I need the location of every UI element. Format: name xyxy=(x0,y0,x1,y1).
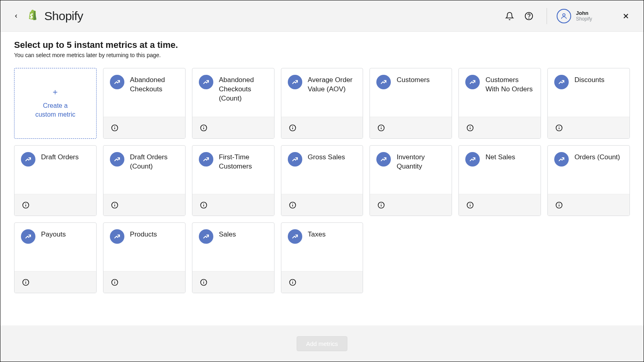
info-icon[interactable] xyxy=(377,201,385,209)
metric-card[interactable]: Gross Sales xyxy=(281,145,363,216)
topbar: Shopify John Shopify xyxy=(0,0,644,32)
metric-label: Net Sales xyxy=(485,152,515,162)
metric-card[interactable]: Inventory Quantity xyxy=(369,145,452,216)
metric-card[interactable]: Draft Orders xyxy=(14,145,97,216)
metric-card[interactable]: First-Time Customers xyxy=(192,145,275,216)
info-icon[interactable] xyxy=(377,124,385,132)
info-icon[interactable] xyxy=(289,201,297,209)
trend-icon xyxy=(554,152,569,167)
trend-icon xyxy=(21,152,35,167)
info-icon[interactable] xyxy=(555,201,563,209)
info-icon[interactable] xyxy=(289,278,297,286)
shopify-logo-icon xyxy=(27,9,39,23)
help-button[interactable] xyxy=(523,10,535,22)
metric-card-footer xyxy=(281,271,363,293)
info-icon[interactable] xyxy=(555,124,563,132)
trend-icon xyxy=(465,152,480,167)
metric-card[interactable]: Sales xyxy=(192,222,275,293)
metric-card[interactable]: Abandoned Checkouts (Count) xyxy=(192,68,275,139)
metric-card-footer xyxy=(370,117,452,138)
close-button[interactable] xyxy=(620,10,632,22)
svg-point-34 xyxy=(292,203,293,204)
brand-title: Shopify xyxy=(44,9,83,23)
user-menu[interactable]: John Shopify xyxy=(557,9,592,23)
metric-label: Products xyxy=(130,229,157,239)
notifications-button[interactable] xyxy=(504,10,515,22)
metric-card[interactable]: Abandoned Checkouts xyxy=(103,68,186,139)
metric-card-footer xyxy=(103,117,185,138)
metric-label: Average Order Value (AOV) xyxy=(308,75,357,94)
metric-label: Discounts xyxy=(574,75,605,85)
info-icon[interactable] xyxy=(111,201,119,209)
trend-icon xyxy=(288,152,302,167)
svg-point-28 xyxy=(114,203,115,204)
metric-card[interactable]: Orders (Count) xyxy=(547,145,630,216)
svg-point-46 xyxy=(25,280,26,281)
metric-card[interactable]: Discounts xyxy=(547,68,630,139)
metric-card-footer xyxy=(548,194,630,216)
back-button[interactable] xyxy=(10,10,22,22)
trend-icon xyxy=(199,229,213,244)
info-icon[interactable] xyxy=(289,124,297,132)
info-icon[interactable] xyxy=(111,124,119,132)
metric-card[interactable]: Draft Orders (Count) xyxy=(103,145,186,216)
metrics-grid: ＋ Create acustom metric Abandoned Checko… xyxy=(14,68,630,293)
trend-icon xyxy=(110,75,124,89)
metric-card-footer xyxy=(192,117,274,138)
trend-icon xyxy=(376,75,391,89)
trend-icon xyxy=(376,152,391,167)
svg-point-2 xyxy=(563,14,565,16)
metric-label: Gross Sales xyxy=(308,152,345,162)
svg-point-55 xyxy=(292,280,293,281)
divider xyxy=(547,8,547,24)
metric-card[interactable]: Average Order Value (AOV) xyxy=(281,68,363,139)
metric-card-footer xyxy=(192,271,274,293)
metric-card-footer xyxy=(192,194,274,216)
metric-label: Customers xyxy=(396,75,429,85)
trend-icon xyxy=(199,152,213,167)
help-icon xyxy=(524,12,533,21)
info-icon[interactable] xyxy=(22,201,30,209)
info-icon[interactable] xyxy=(200,124,208,132)
svg-point-7 xyxy=(114,126,115,127)
metric-card-footer xyxy=(459,117,541,138)
metric-card-footer xyxy=(103,271,185,293)
info-icon[interactable] xyxy=(22,278,30,286)
svg-point-22 xyxy=(559,126,559,127)
info-icon[interactable] xyxy=(466,124,474,132)
trend-icon xyxy=(21,229,35,244)
metric-card[interactable]: Customers With No Orders xyxy=(458,68,541,139)
metric-card-footer xyxy=(14,271,96,293)
svg-point-16 xyxy=(381,126,382,127)
add-metrics-button[interactable]: Add metrics xyxy=(297,336,347,351)
info-icon[interactable] xyxy=(200,278,208,286)
svg-point-31 xyxy=(203,203,204,204)
svg-point-25 xyxy=(25,203,26,204)
metric-card[interactable]: Customers xyxy=(369,68,452,139)
create-custom-metric-card[interactable]: ＋ Create acustom metric xyxy=(14,68,97,139)
metric-label: Abandoned Checkouts xyxy=(130,75,179,94)
metric-card[interactable]: Products xyxy=(103,222,186,293)
trend-icon xyxy=(554,75,569,89)
svg-point-13 xyxy=(292,126,293,127)
metric-card-footer xyxy=(103,194,185,216)
metric-card[interactable]: Payouts xyxy=(14,222,97,293)
metric-card[interactable]: Taxes xyxy=(281,222,363,293)
metric-label: Customers With No Orders xyxy=(485,75,534,94)
svg-point-49 xyxy=(114,280,115,281)
info-icon[interactable] xyxy=(111,278,119,286)
info-icon[interactable] xyxy=(466,201,474,209)
user-name: John xyxy=(576,10,592,16)
trend-icon xyxy=(110,229,124,244)
svg-point-43 xyxy=(559,203,559,204)
user-texts: John Shopify xyxy=(576,10,592,22)
svg-point-40 xyxy=(470,203,471,204)
metric-label: Draft Orders (Count) xyxy=(130,152,179,171)
chevron-left-icon xyxy=(13,13,19,19)
trend-icon xyxy=(465,75,480,89)
metric-label: First-Time Customers xyxy=(219,152,268,171)
trend-icon xyxy=(110,152,124,167)
metric-card-footer xyxy=(548,117,630,138)
metric-card[interactable]: Net Sales xyxy=(458,145,541,216)
info-icon[interactable] xyxy=(200,201,208,209)
